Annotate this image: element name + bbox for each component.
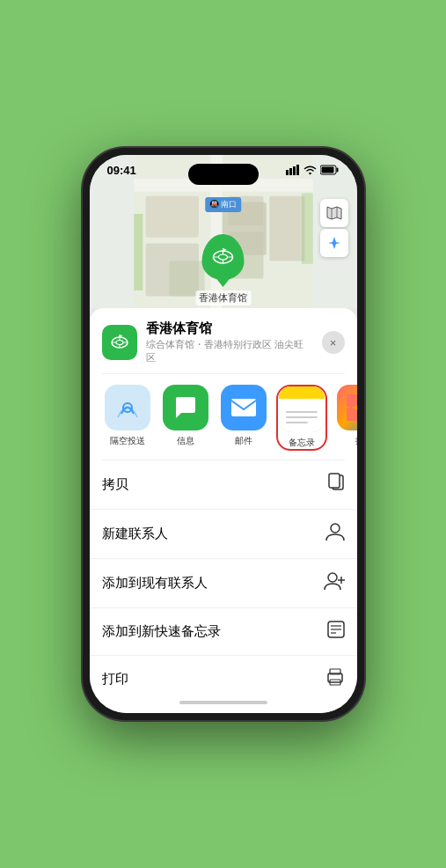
svg-point-43 (331, 524, 340, 533)
memo-icon (327, 621, 345, 643)
location-pin: 香港体育馆 (195, 234, 251, 305)
svg-rect-13 (269, 196, 304, 261)
wifi-icon (303, 165, 317, 177)
location-button[interactable] (320, 229, 348, 257)
mail-label: 邮件 (235, 435, 252, 447)
share-item-airdrop[interactable]: 隔空投送 (102, 385, 153, 451)
venue-icon (102, 325, 137, 360)
svg-rect-1 (289, 168, 292, 175)
svg-point-20 (219, 254, 228, 260)
dynamic-island (188, 164, 259, 185)
svg-rect-42 (329, 474, 340, 488)
notes-icon (279, 386, 325, 432)
map-controls (320, 199, 348, 257)
airdrop-icon (105, 385, 150, 430)
close-button[interactable]: × (322, 331, 345, 354)
action-copy-label: 拷贝 (102, 476, 128, 493)
svg-point-39 (347, 408, 357, 421)
share-item-notes[interactable]: 备忘录 (276, 385, 327, 451)
home-indicator (179, 701, 267, 704)
share-item-messages[interactable]: 信息 (160, 385, 211, 451)
map-type-button[interactable] (320, 199, 348, 227)
subway-label: 🚇 南口 (205, 197, 242, 212)
action-print-label: 打印 (102, 671, 128, 688)
more-label: 提 (355, 435, 357, 447)
svg-rect-3 (296, 165, 299, 175)
mail-icon (221, 385, 267, 430)
svg-rect-17 (134, 214, 143, 291)
status-icons (286, 165, 340, 177)
print-icon (325, 668, 345, 690)
bottom-sheet: 香港体育馆 综合体育馆・香港特别行政区 油尖旺区 × (90, 308, 357, 713)
home-indicator-area (90, 695, 357, 713)
more-icon (337, 385, 357, 430)
pin-icon (202, 234, 245, 280)
action-add-contact-label: 添加到现有联系人 (102, 575, 208, 592)
action-new-contact-label: 新建联系人 (102, 526, 168, 542)
action-print[interactable]: 打印 (90, 656, 357, 695)
battery-icon (320, 165, 340, 177)
pin-label: 香港体育馆 (195, 291, 251, 305)
person-icon (325, 522, 345, 546)
action-new-contact[interactable]: 新建联系人 (90, 510, 357, 559)
airdrop-label: 隔空投送 (110, 435, 145, 447)
action-copy[interactable]: 拷贝 (90, 460, 357, 510)
svg-rect-2 (293, 166, 296, 175)
signal-icon (286, 165, 300, 177)
svg-point-44 (328, 573, 337, 582)
person-add-icon (324, 571, 345, 595)
svg-rect-5 (336, 167, 338, 172)
action-add-notes-label: 添加到新快速备忘录 (102, 623, 221, 640)
svg-rect-10 (145, 196, 198, 238)
notes-label: 备忘录 (289, 437, 315, 449)
messages-label: 信息 (177, 435, 194, 447)
svg-rect-6 (321, 166, 333, 173)
action-add-contact[interactable]: 添加到现有联系人 (90, 559, 357, 608)
messages-icon (163, 385, 208, 430)
svg-rect-18 (302, 194, 313, 264)
phone-frame: 09:41 (83, 148, 364, 720)
venue-header: 香港体育馆 综合体育馆・香港特别行政区 油尖旺区 × (90, 308, 357, 373)
venue-name: 香港体育馆 (146, 320, 313, 337)
status-time: 09:41 (107, 164, 136, 177)
phone-screen: 09:41 (90, 155, 357, 713)
svg-point-37 (347, 394, 357, 408)
venue-desc: 综合体育馆・香港特别行政区 油尖旺区 (146, 338, 313, 364)
venue-info: 香港体育馆 综合体育馆・香港特别行政区 油尖旺区 (146, 320, 313, 364)
svg-rect-0 (286, 170, 289, 175)
action-add-notes[interactable]: 添加到新快速备忘录 (90, 608, 357, 656)
share-row: 隔空投送 信息 (90, 374, 357, 460)
svg-rect-36 (231, 399, 256, 416)
svg-point-28 (116, 341, 123, 345)
share-item-mail[interactable]: 邮件 (218, 385, 269, 451)
share-item-more[interactable]: 提 (334, 385, 357, 451)
copy-icon (327, 473, 345, 497)
